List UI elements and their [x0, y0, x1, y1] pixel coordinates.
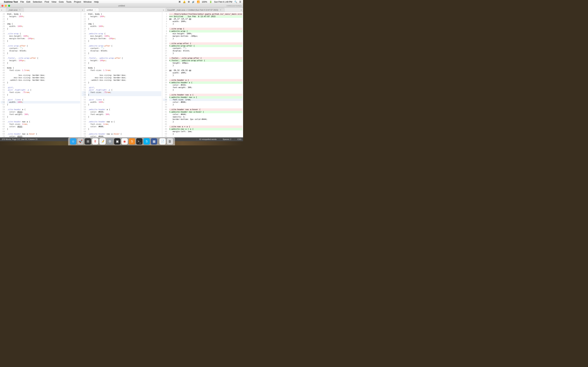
dock-app-virtualbox[interactable]: ▦ [151, 138, 157, 144]
macos-menubar: Sublime Text FileEditSelectionFindViewGo… [0, 0, 243, 4]
wifi-icon[interactable]: 📶 [197, 0, 200, 3]
bluetooth-icon[interactable]: ⚙ [188, 0, 190, 3]
script-menu-icon[interactable]: ⌘ [179, 0, 181, 3]
status-indentation[interactable]: Spaces: 2 [220, 138, 231, 140]
notifications-icon[interactable]: 🔔 [183, 0, 186, 3]
status-spellcheck[interactable]: 32 misspelled words [197, 138, 217, 140]
menu-item-selection[interactable]: Selection [33, 0, 42, 3]
dock-app-launchpad[interactable]: 🚀 [77, 138, 84, 144]
dock[interactable]: ☺🚀⊞8📝⚙▣◉S>_S▦📄🗑 [68, 137, 175, 145]
unregistered-label: UNREGISTERED [226, 5, 242, 7]
dock-app-sublime[interactable]: S [129, 138, 135, 144]
dock-app-iterm[interactable]: >_ [136, 138, 142, 144]
clock[interactable]: Sun Feb 8 1:49 PM [214, 1, 232, 3]
window-title: untitled [118, 5, 125, 7]
code-editor[interactable]: html, body { height: 100%;} img { width:… [6, 12, 81, 137]
dock-app-preferences[interactable]: ⚙ [107, 138, 113, 144]
status-position: 378 Words, Page 1/2, Line 52, Column 21 [2, 138, 38, 140]
tab-label: _main.scss [8, 9, 17, 11]
tab-bar: ▾ _main.scss × ▾ untitled ○ ▾ EasyDiff: … [0, 8, 243, 12]
menu-item-help[interactable]: Help [94, 0, 99, 3]
tab-main-scss[interactable]: _main.scss × [6, 8, 24, 12]
menu-item-view[interactable]: View [52, 0, 56, 3]
code-editor[interactable]: html, body { height: 100%;} img { width:… [87, 12, 162, 137]
tab-label: untitled [87, 9, 93, 11]
diff-view[interactable]: --- /Users/ankur/toolbox/ankur-gupta.git… [169, 12, 243, 137]
dock-app-finder[interactable]: ☺ [70, 138, 76, 144]
pane2-dropdown-icon[interactable]: ▾ [81, 9, 84, 12]
traffic-lights [1, 5, 10, 7]
status-syntax[interactable]: CSS [235, 138, 241, 140]
window-titlebar: untitled UNREGISTERED [0, 4, 243, 8]
dock-trash[interactable]: 🗑 [167, 138, 173, 144]
line-numbers: 2021222324252627282930313233343536373839… [81, 12, 87, 137]
close-icon[interactable]: × [19, 9, 20, 11]
spotlight-icon[interactable]: 🔍 [234, 0, 237, 3]
menu-item-file[interactable]: File [20, 0, 24, 3]
minimize-window-button[interactable] [5, 5, 7, 7]
pane-center[interactable]: 2021222324252627282930313233343536373839… [81, 12, 162, 137]
dock-app-notes[interactable]: 📝 [99, 138, 106, 144]
app-name[interactable]: Sublime Text [4, 0, 18, 3]
dock-app-terminal-dark[interactable]: ▣ [114, 138, 121, 144]
menu-item-tools[interactable]: Tools [66, 0, 71, 3]
dock-app-skype[interactable]: S [144, 138, 150, 144]
pane-left[interactable]: 2021222324252627282930313233343536373839… [0, 12, 81, 137]
dock-document[interactable]: 📄 [159, 138, 166, 144]
line-numbers: 1234567891011121314151617181920212223242… [162, 12, 169, 137]
close-window-button[interactable] [1, 5, 3, 7]
pane1-dropdown-icon[interactable]: ▾ [0, 9, 3, 12]
battery-icon[interactable]: 🔋 [209, 0, 212, 3]
volume-icon[interactable]: 🔊 [192, 0, 195, 3]
zoom-window-button[interactable] [8, 5, 10, 7]
tab-untitled[interactable]: untitled ○ [85, 8, 99, 12]
pane3-menu-icon[interactable]: ▾ [240, 9, 243, 12]
dock-app-chrome[interactable]: ◉ [121, 138, 128, 144]
tab-easydiff[interactable]: EasyDiff: _main.scss -> Untitled (Sun Fe… [165, 8, 225, 12]
close-icon[interactable]: × [220, 9, 221, 11]
line-numbers: 2021222324252627282930313233343536373839… [0, 12, 6, 137]
dock-app-mission-control[interactable]: ⊞ [85, 138, 91, 144]
battery-percent[interactable]: 100% [202, 1, 207, 3]
dirty-indicator-icon: ○ [95, 9, 95, 11]
pane-right[interactable]: 1234567891011121314151617181920212223242… [162, 12, 243, 137]
menu-item-goto[interactable]: Goto [59, 0, 64, 3]
notification-center-icon[interactable]: ☰ [239, 0, 241, 3]
menu-item-find[interactable]: Find [45, 0, 49, 3]
dock-separator [158, 138, 158, 144]
tab-label: EasyDiff: _main.scss -> Untitled (Sun Fe… [167, 9, 218, 11]
menu-item-project[interactable]: Project [74, 0, 81, 3]
menu-item-edit[interactable]: Edit [26, 0, 30, 3]
menu-item-window[interactable]: Window [84, 0, 92, 3]
dock-app-calendar[interactable]: 8 [92, 138, 98, 144]
editor-panes: 2021222324252627282930313233343536373839… [0, 12, 243, 137]
pane3-dropdown-icon[interactable]: ▾ [162, 9, 165, 12]
